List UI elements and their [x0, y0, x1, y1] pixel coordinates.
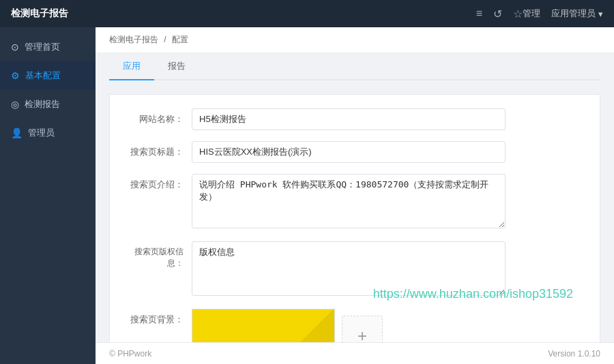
form-row-search-intro: 搜索页介绍： 说明介绍 PHPwork 软件购买联系QQ：1980572700（… [130, 174, 579, 230]
site-name-input[interactable] [192, 108, 506, 130]
tab-report[interactable]: 报告 [154, 53, 199, 80]
main: 检测电子报告 / 配置 应用 报告 网站名称： [96, 27, 614, 364]
form-field-site-name [192, 108, 579, 130]
form-container: 网站名称： 搜索页标题： 搜索页介绍： [109, 94, 600, 342]
form-field-search-intro: 说明介绍 PHPwork 软件购买联系QQ：1980572700（支持按需求定制… [192, 174, 579, 230]
sidebar-item-detection-report[interactable]: ◎ 检测报告 [0, 90, 96, 119]
form-row-search-copyright: 搜索页版权信息： 版权信息 [130, 241, 579, 298]
form-row-search-bg: 搜索页背景： + 上传图片尺寸视效果自定 [130, 309, 579, 342]
form-field-search-bg: + 上传图片尺寸视效果自定 [192, 309, 579, 342]
star-icon[interactable]: ☆ [513, 7, 523, 20]
search-intro-textarea[interactable]: 说明介绍 PHPwork 软件购买联系QQ：1980572700（支持按需求定制… [192, 174, 506, 228]
menu-icon[interactable]: ≡ [476, 7, 482, 20]
footer-right: Version 1.0.10 [548, 349, 600, 359]
form-label-search-title: 搜索页标题： [130, 141, 192, 158]
breadcrumb-sep: / [164, 35, 169, 44]
tab-app[interactable]: 应用 [109, 53, 154, 80]
footer-left: © PHPwork [109, 349, 151, 359]
tabs: 应用 报告 [109, 53, 600, 80]
sidebar-item-label: 检测报告 [25, 98, 60, 110]
sidebar-item-label: 管理首页 [25, 41, 60, 53]
content-wrap: 应用 报告 网站名称： 搜索页标题： [96, 53, 614, 342]
sidebar-item-admin[interactable]: 👤 管理员 [0, 119, 96, 147]
footer: © PHPwork Version 1.0.10 [96, 342, 614, 364]
breadcrumb-item-1: 检测电子报告 [109, 35, 158, 44]
search-title-input[interactable] [192, 141, 506, 163]
upload-preview [192, 309, 335, 342]
manage-link[interactable]: 管理 [523, 7, 540, 20]
refresh-icon[interactable]: ↺ [493, 7, 502, 20]
form-label-search-bg: 搜索页背景： [130, 309, 192, 326]
header: 检测电子报告 ≡ ↺ ☆ 管理 应用管理员 ▾ [0, 0, 614, 27]
header-right: 管理 应用管理员 ▾ [523, 7, 603, 20]
sidebar-item-label: 管理员 [28, 127, 55, 139]
breadcrumb-item-2: 配置 [172, 35, 188, 44]
home-icon: ⊙ [11, 42, 19, 52]
form-label-search-copyright: 搜索页版权信息： [130, 241, 192, 269]
preview-shape [280, 309, 334, 342]
form-label-site-name: 网站名称： [130, 108, 192, 125]
sidebar-item-basic-config[interactable]: ⚙ 基本配置 [0, 61, 96, 90]
form-row-site-name: 网站名称： [130, 108, 579, 130]
header-logo: 检测电子报告 [11, 7, 463, 20]
form-field-search-title [192, 141, 579, 163]
form-field-search-copyright: 版权信息 [192, 241, 579, 298]
layout: ⊙ 管理首页 ⚙ 基本配置 ◎ 检测报告 👤 管理员 检测电子报告 / 配置 [0, 27, 614, 364]
search-copyright-textarea[interactable]: 版权信息 [192, 241, 506, 296]
form-label-search-intro: 搜索页介绍： [130, 174, 192, 191]
upload-button[interactable]: + [342, 316, 383, 342]
sidebar: ⊙ 管理首页 ⚙ 基本配置 ◎ 检测报告 👤 管理员 [0, 27, 96, 364]
sidebar-item-label: 基本配置 [25, 70, 61, 82]
upload-area: + [192, 309, 579, 342]
gear-icon: ⚙ [11, 70, 20, 81]
header-icons: ≡ ↺ ☆ [476, 7, 523, 20]
content: 应用 报告 网站名称： 搜索页标题： [96, 53, 614, 342]
report-icon: ◎ [11, 99, 19, 110]
sidebar-item-dashboard[interactable]: ⊙ 管理首页 [0, 33, 96, 61]
breadcrumb: 检测电子报告 / 配置 [96, 27, 614, 53]
user-menu[interactable]: 应用管理员 ▾ [551, 7, 603, 20]
form-row-search-title: 搜索页标题： [130, 141, 579, 163]
user-icon: 👤 [11, 127, 23, 138]
